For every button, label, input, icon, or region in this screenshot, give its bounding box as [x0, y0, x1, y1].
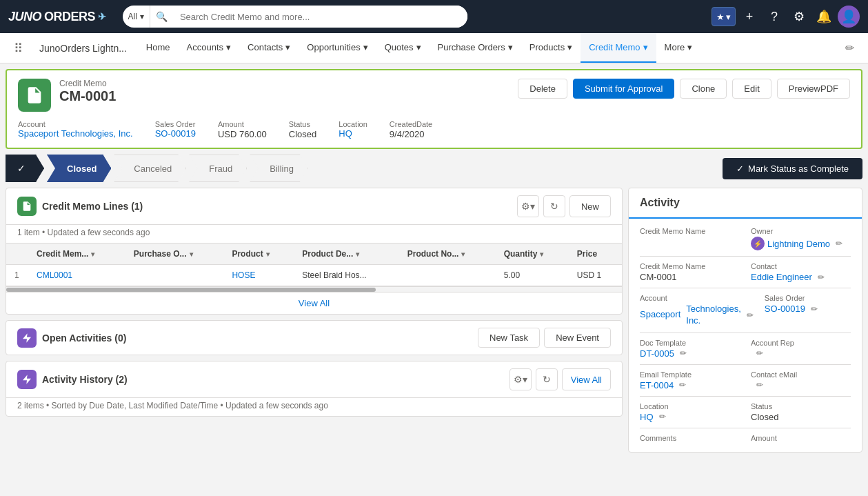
edit-button[interactable]: Edit	[732, 79, 771, 99]
meta-status: Status Closed	[289, 120, 316, 139]
nav-item-purchase-orders[interactable]: Purchase Orders ▾	[430, 33, 521, 63]
contact-link[interactable]: Eddie Engineer	[751, 272, 812, 282]
col-price[interactable]: Price	[569, 244, 622, 265]
nav-item-contacts[interactable]: Contacts ▾	[239, 33, 299, 63]
cml-link[interactable]: CML0001	[37, 270, 72, 280]
field-comments: Comments	[640, 434, 740, 444]
new-event-button[interactable]: New Event	[544, 328, 611, 348]
col-quantity[interactable]: Quantity▾	[496, 244, 569, 265]
col-purchase-o[interactable]: Purchase O...▾	[125, 244, 224, 265]
app-bar: ⠿ JunoOrders Lightn... Home Accounts ▾ C…	[0, 33, 868, 63]
record-actions: Delete Submit for Approval Clone Edit Pr…	[518, 79, 850, 99]
account-label: Account	[18, 120, 133, 128]
location-link[interactable]: HQ	[640, 412, 654, 422]
sales-order-link[interactable]: SO-00019	[155, 128, 196, 139]
col-product-de[interactable]: Product De...▾	[294, 244, 399, 265]
account-rep-edit-pencil-icon[interactable]: ✏	[756, 348, 763, 358]
doc-template-edit-pencil-icon[interactable]: ✏	[680, 348, 687, 358]
refresh-button[interactable]: ↻	[543, 195, 565, 217]
chevron-down-icon: ▾	[416, 42, 421, 52]
preview-pdf-button[interactable]: PreviewPDF	[777, 79, 850, 99]
checkmark-icon: ✓	[736, 163, 744, 174]
settings-dropdown-button[interactable]: ⚙▾	[517, 195, 539, 217]
nav-item-quotes[interactable]: Quotes ▾	[376, 33, 430, 63]
status-billing-label: Billing	[270, 163, 294, 174]
nav-contacts-label: Contacts	[248, 42, 283, 52]
cell-quantity: 5.00	[496, 265, 569, 286]
status-closed-label: Closed	[67, 163, 97, 174]
account-edit-pencil-icon[interactable]: ✏	[747, 310, 754, 320]
view-all-lines-button[interactable]: View All	[299, 298, 330, 308]
clone-button[interactable]: Clone	[680, 79, 727, 99]
so-edit-pencil-icon[interactable]: ✏	[811, 304, 818, 314]
account-link[interactable]: Spaceport Technologies, Inc.	[18, 128, 133, 139]
chevron-down-icon: ▾	[643, 42, 648, 52]
search-input[interactable]	[173, 6, 467, 28]
doc-template-value-row: DT-0005 ✏	[640, 348, 740, 359]
nav-item-products[interactable]: Products ▾	[521, 33, 581, 63]
app-grid-button[interactable]: ⠿	[8, 38, 28, 59]
status-step-fraud[interactable]: Fraud	[189, 155, 247, 182]
col-credit-mem[interactable]: Credit Mem...▾	[28, 244, 125, 265]
nav-item-more[interactable]: More ▾	[656, 33, 701, 63]
email-template-link[interactable]: ET-0004	[640, 380, 674, 390]
field-doc-template: Doc Template DT-0005 ✏	[640, 339, 740, 359]
meta-account: Account Spaceport Technologies, Inc.	[18, 120, 133, 139]
table-scrollbar[interactable]	[6, 286, 622, 292]
location-link[interactable]: HQ	[339, 128, 367, 139]
so-label: Sales Order	[765, 294, 851, 302]
favorites-button[interactable]: ★ ▾	[711, 7, 736, 26]
sort-icon: ▾	[461, 250, 465, 258]
email-template-edit-pencil-icon[interactable]: ✏	[679, 380, 686, 390]
chevron-down-icon: ▾	[726, 12, 731, 22]
contact-edit-pencil-icon[interactable]: ✏	[818, 272, 825, 282]
comments-label: Comments	[640, 434, 740, 442]
meta-location: Location HQ	[339, 120, 367, 139]
row-num: 1	[6, 265, 28, 286]
activity-history-title: Activity History (2)	[42, 374, 504, 385]
product-link[interactable]: HOSE	[232, 270, 255, 280]
status-step-billing[interactable]: Billing	[250, 155, 308, 182]
location-edit-pencil-icon[interactable]: ✏	[659, 412, 666, 421]
history-settings-button[interactable]: ⚙▾	[509, 368, 532, 390]
owner-link[interactable]: Lightning Demo	[767, 239, 830, 249]
user-avatar[interactable]: 👤	[838, 6, 860, 28]
notifications-icon[interactable]: 🔔	[813, 6, 835, 28]
history-view-all-button[interactable]: View All	[562, 368, 611, 390]
brand-logo[interactable]: JUNOORDERS ✈	[8, 10, 106, 24]
nav-item-opportunities[interactable]: Opportunities ▾	[299, 33, 376, 63]
settings-icon[interactable]: ⚙	[788, 6, 810, 28]
new-task-button[interactable]: New Task	[478, 328, 540, 348]
contact-email-edit-pencil-icon[interactable]: ✏	[756, 380, 763, 390]
so-link[interactable]: SO-00019	[765, 304, 805, 314]
help-icon[interactable]: ?	[763, 6, 785, 28]
new-line-button[interactable]: New	[569, 195, 611, 217]
record-header: Credit Memo CM-0001 Delete Submit for Ap…	[6, 69, 862, 149]
nav-edit-button[interactable]: ✏	[840, 39, 860, 57]
status-step-done[interactable]: ✓	[6, 155, 44, 182]
history-refresh-button[interactable]: ↻	[536, 368, 558, 390]
open-activities-actions: New Task New Event	[478, 328, 611, 348]
delete-button[interactable]: Delete	[518, 79, 567, 99]
nav-accounts-label: Accounts	[187, 42, 223, 52]
status-step-closed[interactable]: Closed	[47, 155, 111, 182]
nav-item-credit-memo[interactable]: Credit Memo ▾	[581, 33, 656, 63]
submit-approval-button[interactable]: Submit for Approval	[573, 79, 674, 99]
col-product[interactable]: Product▾	[223, 244, 294, 265]
add-button[interactable]: +	[738, 6, 760, 28]
account-link[interactable]: Spaceport Technologies, Inc.	[640, 304, 741, 327]
contact-email-value-row: ✏	[751, 380, 851, 390]
status-label: Status	[751, 402, 851, 410]
doc-template-link[interactable]: DT-0005	[640, 348, 674, 359]
status-step-canceled[interactable]: Canceled	[114, 155, 186, 182]
nav-item-home[interactable]: Home	[138, 33, 179, 63]
col-product-no[interactable]: Product No...▾	[399, 244, 496, 265]
nav-item-accounts[interactable]: Accounts ▾	[179, 33, 239, 63]
mark-complete-button[interactable]: ✓ Mark Status as Complete	[723, 158, 862, 179]
field-row-email-contact-email: Email Template ET-0004 ✏ Contact eMail ✏	[640, 370, 851, 390]
table-scroll-thumb[interactable]	[6, 288, 376, 292]
owner-edit-pencil-icon[interactable]: ✏	[836, 239, 842, 248]
chevron-down-icon: ▾	[687, 42, 692, 52]
email-template-label: Email Template	[640, 370, 740, 379]
search-scope-selector[interactable]: All ▾	[123, 6, 150, 28]
